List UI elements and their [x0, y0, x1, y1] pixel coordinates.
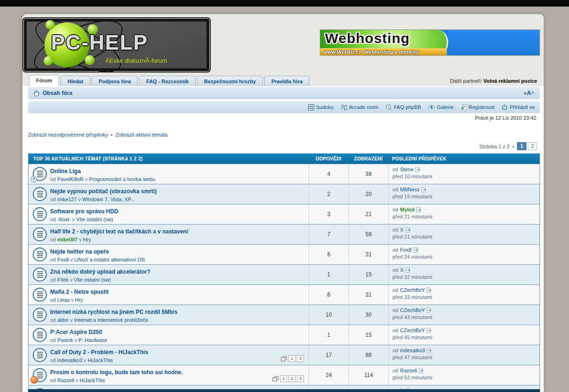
topic-cell: Zná někdo dobrý upload akcelerátor? od F… [29, 265, 309, 284]
last-post-user[interactable]: CZechBoY [400, 307, 425, 313]
partners-link[interactable]: Volná reklamní pozice [483, 78, 537, 84]
last-post-user[interactable]: X [400, 227, 403, 232]
page-number[interactable]: 2 [528, 142, 537, 150]
breadcrumb-label: Obsah fóra [43, 90, 72, 96]
topic-title[interactable]: Call of Duty 2 - Problem - HiJackThis [50, 349, 148, 356]
nav-link-sudoku[interactable]: Sudoku [308, 104, 333, 110]
topic-title[interactable]: Software pro správu HDD [50, 208, 118, 215]
topic-author[interactable]: -frost- [57, 217, 71, 222]
topic-forum[interactable]: Vše ostatní (sw) [76, 217, 113, 222]
quick-link-zobrazit-nezodpov-zen-p-sp-vky[interactable]: Zobrazit nezodpovězené příspěvky [28, 132, 108, 138]
nav-link-arcade-room[interactable]: Arcade room [340, 104, 378, 110]
topic-author[interactable]: Linas [57, 297, 69, 303]
last-post-user[interactable]: Myloš [400, 207, 414, 212]
goto-last-post-icon[interactable] [415, 167, 421, 172]
by-label: od [392, 287, 398, 293]
topic-views: 21 [348, 204, 388, 224]
topics-rows: Online Liga od PavelKilleR v Programován… [29, 164, 539, 392]
goto-last-post-icon[interactable] [419, 368, 424, 373]
nav-link-p-ihl-sit-se[interactable]: Přihlásit se [502, 104, 535, 110]
last-post-user[interactable]: X [400, 267, 403, 273]
topic-title[interactable]: Internet nízká rychlost na jiném PC rozd… [50, 309, 177, 315]
topic-forum[interactable]: Hry [75, 297, 83, 303]
site-logo[interactable]: PC-HELP ÄEske diskuznÃ-forum [24, 19, 209, 71]
topic-author[interactable]: Razzell [57, 377, 74, 383]
topic-views: 59 [348, 225, 388, 244]
topic-author[interactable]: mike007 [57, 237, 77, 242]
topic-lastpost: od Fox8 před 24 minutami [388, 245, 539, 264]
topic-lastpost: od Razzell před 52 minutami [388, 365, 539, 385]
topic-forum[interactable]: Hry [83, 237, 91, 242]
topic-author[interactable]: Pastrik [57, 337, 73, 343]
topic-page-number[interactable]: 1 [288, 355, 296, 362]
tab-f-rum[interactable]: Fórum [29, 75, 59, 86]
font-larger-icon[interactable]: ^ [532, 91, 534, 95]
goto-last-post-icon[interactable] [406, 268, 411, 273]
topic-forum[interactable]: HiJackThis [80, 377, 105, 383]
topic-forum[interactable]: Programování a tvorba webu [89, 176, 155, 182]
webhosting-ad-banner[interactable]: Webhosting www.Web4U.cz Webhosting a dom… [320, 29, 540, 56]
last-post-user[interactable]: Stene [400, 167, 414, 172]
topic-title[interactable]: P:Acer Aspire D250 [50, 329, 102, 335]
topic-title[interactable]: Nejde vypnou počítač (obrazovka smrti) [50, 188, 156, 195]
topic-forum[interactable]: Internet a internetové prohlížeče [74, 317, 148, 323]
last-post-user[interactable]: Fox8 [400, 247, 411, 253]
nav-link-faq-phpbb[interactable]: ? FAQ phpBB [385, 104, 421, 110]
goto-last-post-icon[interactable] [427, 288, 432, 293]
topic-author[interactable]: mike127 [57, 196, 77, 202]
register-icon [461, 104, 467, 110]
topic-title[interactable]: Half life 2 - chybějící text na tlačítká… [50, 228, 188, 235]
topic-author[interactable]: Fílek [57, 277, 68, 283]
goto-last-post-icon[interactable] [414, 247, 419, 253]
topic-forum[interactable]: Windows 7, Vista, XP... [82, 196, 135, 202]
ad-banner-subtitle: www.Web4U.cz Webhosting a domény [320, 49, 419, 55]
topic-author[interactable]: aldor [57, 317, 68, 323]
last-post-user[interactable]: CZechBoY [400, 287, 425, 293]
topic-author[interactable]: indexatko3 [57, 357, 82, 363]
topic-forum[interactable]: HiJackThis [88, 357, 113, 363]
last-post-user[interactable]: indexatko3 [400, 348, 425, 353]
topic-page-number[interactable]: 2 [297, 355, 304, 362]
goto-last-post-icon[interactable] [427, 328, 432, 333]
goto-last-post-icon[interactable] [416, 207, 421, 212]
topic-replies: 24 [309, 365, 348, 385]
tab-podpora-f-ra[interactable]: Podpora fóra [92, 76, 138, 86]
topic-title[interactable]: Mafia 2 - Nelze spustit [50, 289, 109, 295]
last-post-user[interactable]: CZechBoY [400, 327, 425, 333]
tab-hledat[interactable]: Hledat [60, 76, 90, 86]
font-smaller-icon[interactable]: v [524, 91, 526, 95]
last-post-user[interactable]: Razzell [400, 368, 417, 373]
topic-subtitle: od Fílek v Vše ostatní (sw) [50, 277, 252, 283]
font-size-widget[interactable]: v A ^ [524, 90, 539, 96]
topic-forum[interactable]: P: Hardware [79, 337, 107, 343]
by-label: od [392, 327, 398, 333]
topic-forum[interactable]: Vše ostatní (sw) [74, 277, 111, 283]
page-number[interactable]: 1 [517, 142, 526, 150]
goto-last-post-icon[interactable] [421, 187, 427, 192]
quick-link-zobrazit-aktivn-t-mata[interactable]: Zobrazit aktivní témata [115, 132, 167, 138]
tab-pravidla-f-ra[interactable]: Pravidla fóra [264, 76, 310, 86]
topic-title[interactable]: Nejde twitter na opeře [50, 248, 109, 255]
nav-link-registrovat[interactable]: Registrovat [461, 104, 495, 110]
topic-page-number[interactable]: 2 [288, 375, 296, 382]
topic-author[interactable]: PavelKilleR [57, 176, 83, 182]
tab-bezpe-nostn-hrozby[interactable]: Bezpečnostní hrozby [197, 76, 263, 86]
goto-last-post-icon[interactable] [427, 348, 432, 353]
topic-cell: Call of Duty 2 - Problem - HiJackThis od… [29, 345, 309, 365]
topic-author[interactable]: Fox8 [57, 257, 68, 262]
goto-last-post-icon[interactable] [406, 227, 411, 232]
topic-lastpost: od CZechBoY před 45 minutami [388, 325, 539, 345]
nav-link-galerie[interactable]: Galerie [428, 104, 453, 110]
topic-title[interactable]: Prosim o kontrolu logu, bude tam toho as… [50, 369, 183, 376]
login-icon [502, 104, 508, 110]
tab-faq-rozcestn-k[interactable]: FAQ - Rozcestník [139, 76, 195, 86]
topic-page-number[interactable]: 3 [297, 375, 304, 382]
topic-subtitle: od mike127 v Windows 7, Vista, XP... [50, 196, 252, 202]
topic-page-number[interactable]: 1 [280, 375, 287, 382]
goto-last-post-icon[interactable] [427, 308, 432, 313]
topic-forum[interactable]: LiNuX a ostatní alternativní OS [74, 257, 145, 262]
breadcrumb[interactable]: Obsah fóra [29, 90, 72, 96]
last-post-user[interactable]: MiliNess [400, 187, 420, 192]
topic-title[interactable]: Zná někdo dobrý upload akcelerátor? [50, 269, 150, 275]
topic-title[interactable]: Online Liga [50, 168, 81, 174]
